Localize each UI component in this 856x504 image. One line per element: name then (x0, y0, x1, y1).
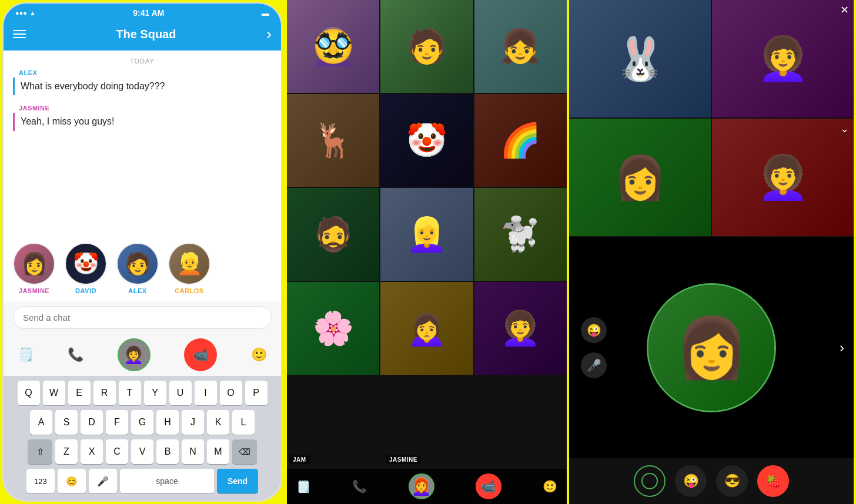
video-bottom-bar: 🗒️ 📞 👩‍🦰 📹 🙂 (287, 469, 567, 504)
avatar-jasmine[interactable]: 👩 JASMINE (13, 243, 55, 294)
sg-cell-1[interactable]: 🐰 (569, 0, 711, 117)
key-a[interactable]: A (30, 410, 52, 435)
avatar-name-carlos: CARLOS (175, 287, 203, 294)
jasmine-label: JASMINE (386, 455, 421, 464)
bottom-controls: 😜 😎 🍓 (569, 458, 854, 504)
video-cell-7[interactable]: 🧔 (287, 188, 379, 281)
sender-alex: ALEX (13, 69, 272, 76)
key-k[interactable]: K (207, 410, 229, 435)
key-y[interactable]: Y (144, 381, 166, 405)
main-video-section: 😜 🎤 👩 › (569, 237, 854, 458)
sg-cell-3[interactable]: 👩 (569, 119, 711, 236)
vb-phone-icon[interactable]: 📞 (352, 479, 367, 493)
key-f[interactable]: F (106, 410, 128, 435)
vb-emoji-icon[interactable]: 🙂 (543, 479, 557, 493)
bubble-jasmine: Yeah, I miss you guys! (13, 113, 272, 130)
key-delete[interactable]: ⌫ (232, 439, 257, 464)
lens-switch-icon[interactable]: 😜 (581, 317, 607, 343)
key-w[interactable]: W (43, 381, 65, 405)
fruit-button[interactable]: 🍓 (757, 465, 789, 497)
video-cell-5[interactable]: 🤡 (380, 94, 473, 187)
chat-title: The Squad (116, 28, 176, 41)
jam-label: JAM (289, 455, 310, 464)
key-z[interactable]: Z (55, 439, 78, 464)
record-button[interactable] (634, 465, 666, 497)
video-record-button[interactable]: 📹 (184, 338, 217, 371)
key-b[interactable]: B (156, 439, 179, 464)
avatar-name-david: DAVID (75, 287, 96, 294)
key-n[interactable]: N (182, 439, 204, 464)
signal-icon: ●●● (15, 9, 27, 16)
video-cell-1[interactable]: 👩‍🦳 🥸 (287, 0, 379, 93)
video-grid: 👩‍🦳 🥸 🧑 👧 🦌 🤡 🌈 🧔 (287, 0, 567, 469)
key-o[interactable]: O (220, 381, 242, 405)
vb-sticker-icon[interactable]: 🗒️ (296, 479, 311, 493)
right-chevron-icon[interactable]: › (840, 340, 844, 356)
avatar-name-alex: ALEX (128, 287, 146, 294)
key-u[interactable]: U (169, 381, 192, 405)
key-row-2: A S D F G H J K L (6, 410, 279, 435)
avatar-david[interactable]: 🤡 DAVID (65, 243, 107, 294)
battery-icon: ▬ (262, 9, 269, 18)
key-row-4: 123 😊 🎤 space Send (6, 469, 279, 493)
key-c[interactable]: C (106, 439, 128, 464)
vb-record-button[interactable]: 📹 (476, 473, 501, 499)
phone-icon[interactable]: 📞 (68, 347, 83, 362)
key-row-1: Q W E R T Y U I O P (6, 381, 279, 405)
mic-icon[interactable]: 🎤 (581, 352, 607, 378)
lens-button[interactable]: 😜 (675, 465, 707, 497)
key-e[interactable]: E (68, 381, 91, 405)
vb-avatar[interactable]: 👩‍🦰 (409, 473, 434, 499)
key-shift[interactable]: ⇧ (28, 439, 52, 464)
video-cell-3[interactable]: 👧 (474, 0, 567, 93)
key-send[interactable]: Send (217, 469, 258, 493)
phone-frame: ●●● ▲ 9:41 AM ▬ The Squad › TODAY ALEX W… (2, 2, 282, 502)
video-cell-9[interactable]: 🐩 (474, 188, 567, 281)
key-p[interactable]: P (245, 381, 268, 405)
key-j[interactable]: J (182, 410, 204, 435)
sg-cell-4[interactable]: 👩‍🦱 ⌄ (712, 119, 854, 236)
key-m[interactable]: M (207, 439, 229, 464)
key-h[interactable]: H (156, 410, 179, 435)
avatar-alex[interactable]: 🧑 ALEX (116, 243, 159, 294)
chat-area: TODAY ALEX What is everybody doing today… (4, 51, 281, 236)
key-num[interactable]: 123 (26, 469, 55, 493)
video-cell-10[interactable]: 🌸 (287, 282, 379, 375)
video-cell-11[interactable]: 🙍‍♀️ (380, 282, 473, 375)
forward-icon[interactable]: › (266, 25, 272, 43)
chevron-down-icon[interactable]: ⌄ (840, 122, 849, 135)
video-call-avatar[interactable]: 👩‍🦱 (118, 338, 151, 371)
key-v[interactable]: V (131, 439, 153, 464)
wifi-icon: ▲ (29, 9, 36, 16)
key-g[interactable]: G (131, 410, 153, 435)
emoji-icon[interactable]: 🙂 (251, 347, 267, 362)
key-emoji[interactable]: 😊 (58, 469, 86, 493)
key-t[interactable]: T (119, 381, 141, 405)
video-cell-6[interactable]: 🌈 (474, 94, 567, 187)
main-video-circle: 👩 (647, 283, 776, 412)
video-cell-8[interactable]: 👱‍♀️ (380, 188, 473, 281)
key-i[interactable]: I (195, 381, 217, 405)
sg-cell-2[interactable]: 👩‍🦱 ✕ (712, 0, 854, 117)
sticker-icon[interactable]: 🗒️ (18, 347, 34, 362)
key-q[interactable]: Q (18, 381, 40, 405)
key-mic[interactable]: 🎤 (89, 469, 117, 493)
video-cell-12[interactable]: 👩‍🦱 (474, 282, 567, 375)
video-cell-2[interactable]: 🧑 (380, 0, 473, 93)
key-d[interactable]: D (81, 410, 103, 435)
key-r[interactable]: R (93, 381, 116, 405)
key-l[interactable]: L (232, 410, 255, 435)
chat-panel: ●●● ▲ 9:41 AM ▬ The Squad › TODAY ALEX W… (0, 0, 285, 504)
menu-button[interactable] (13, 30, 26, 38)
video-cell-4[interactable]: 🦌 (287, 94, 379, 187)
close-icon[interactable]: ✕ (840, 4, 849, 16)
sunglass-button[interactable]: 😎 (716, 465, 748, 497)
bubble-alex: What is everybody doing today??? (13, 78, 272, 95)
key-space[interactable]: space (120, 469, 214, 493)
key-s[interactable]: S (55, 410, 78, 435)
key-x[interactable]: X (81, 439, 103, 464)
action-bar: 🗒️ 📞 👩‍🦱 📹 🙂 (4, 334, 281, 376)
send-chat-input[interactable] (13, 306, 272, 329)
avatar-carlos[interactable]: 👱 CARLOS (168, 243, 210, 294)
message-alex: ALEX What is everybody doing today??? (13, 69, 272, 95)
